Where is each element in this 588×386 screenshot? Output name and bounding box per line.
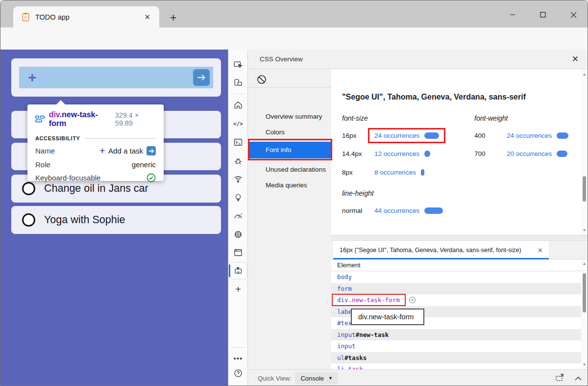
elements-icon[interactable]: </> bbox=[228, 115, 248, 132]
add-tools-icon[interactable]: + bbox=[228, 281, 248, 298]
quick-view-label: Quick View: bbox=[258, 375, 291, 382]
element-table-row[interactable]: body bbox=[331, 271, 588, 283]
stat-value: 400 bbox=[474, 132, 507, 139]
window-maximize-button[interactable] bbox=[532, 7, 554, 22]
occurrence-bar bbox=[424, 151, 430, 157]
clear-overview-icon[interactable] bbox=[255, 73, 268, 86]
task-label: Change oil in Jans car bbox=[44, 182, 148, 195]
name-value: Add a task bbox=[108, 147, 143, 155]
font-info-panel: "Segoe UI", Tahoma, Geneva, Verdana, san… bbox=[331, 69, 588, 235]
memory-icon[interactable] bbox=[228, 226, 248, 243]
element-selector-part[interactable]: input bbox=[337, 331, 356, 338]
browser-tab[interactable]: TODO app ✕ bbox=[13, 6, 159, 27]
element-selector-part[interactable]: body bbox=[337, 273, 352, 281]
help-icon[interactable] bbox=[228, 365, 248, 382]
scroll-up-icon[interactable]: ▲ bbox=[581, 260, 588, 267]
home-icon[interactable] bbox=[228, 97, 248, 113]
dock-quick-view-icon[interactable] bbox=[555, 373, 565, 384]
browser-toolbar: https://microsoftedge.github.io/Demos/de… bbox=[0, 27, 588, 50]
inspect-icon[interactable] bbox=[228, 56, 248, 73]
stat-row: 8px8 occurrences bbox=[342, 167, 424, 177]
font-family-heading: "Segoe UI", Tahoma, Geneva, Verdana, san… bbox=[342, 93, 526, 102]
element-table-row[interactable]: li.task bbox=[331, 363, 588, 369]
occurrences-link[interactable]: 12 occurrences bbox=[374, 150, 419, 157]
role-label: Role bbox=[35, 160, 50, 169]
occurrences-link[interactable]: 24 occurrences bbox=[374, 132, 419, 139]
filter-chip-tab[interactable]: 16px ("Segoe UI", Tahoma, Geneva, Verdan… bbox=[333, 241, 549, 259]
stat-row: 70020 occurrences bbox=[474, 149, 567, 158]
element-selector-part[interactable]: .new-task-form bbox=[348, 296, 400, 304]
add-task-submit-button[interactable] bbox=[193, 69, 210, 86]
element-selector-part[interactable]: li bbox=[337, 365, 344, 369]
scroll-down-icon[interactable]: ▼ bbox=[581, 361, 588, 368]
element-table: Element bodyformdiv.new-task-formlabel#t… bbox=[331, 259, 588, 369]
window-close-button[interactable] bbox=[562, 7, 585, 22]
element-table-row[interactable]: input#new-task bbox=[331, 329, 588, 341]
element-layout-icon bbox=[35, 115, 45, 123]
title-bar: TODO app ✕ + bbox=[0, 0, 588, 27]
stat-row: 16px24 occurrences bbox=[342, 130, 439, 140]
element-table-row[interactable]: form bbox=[331, 283, 588, 295]
filter-chip-close-icon[interactable]: ✕ bbox=[538, 247, 543, 254]
scroll-into-view-icon[interactable] bbox=[409, 296, 416, 304]
element-selector-part[interactable]: .task bbox=[344, 365, 363, 369]
task-card[interactable]: Yoga with Sophie bbox=[11, 206, 221, 234]
tab-close-icon[interactable]: ✕ bbox=[141, 12, 153, 23]
occurrences-link[interactable]: 8 occurrences bbox=[374, 169, 416, 176]
element-selector-part[interactable]: #tasks bbox=[344, 354, 367, 361]
filter-chip-label: 16px ("Segoe UI", Tahoma, Geneva, Verdan… bbox=[340, 247, 521, 254]
stat-value: 700 bbox=[474, 150, 507, 157]
occurrence-bar bbox=[424, 132, 439, 139]
performance-icon[interactable] bbox=[228, 208, 248, 225]
scrollbar[interactable]: ▲ ▼ bbox=[581, 69, 588, 235]
new-tab-button[interactable]: + bbox=[166, 10, 180, 26]
issues-icon[interactable] bbox=[228, 189, 248, 206]
scroll-down-icon[interactable]: ▼ bbox=[581, 227, 588, 233]
element-selector-part[interactable]: #new-task bbox=[356, 331, 389, 338]
occurrence-bar bbox=[424, 207, 443, 214]
device-emulation-icon[interactable] bbox=[228, 75, 248, 91]
task-checkbox[interactable] bbox=[22, 213, 35, 227]
annotation-red-box: div.new-task-form bbox=[332, 294, 406, 306]
element-table-row[interactable]: ul#tasks bbox=[331, 352, 588, 364]
application-icon[interactable] bbox=[228, 244, 248, 261]
network-icon[interactable] bbox=[228, 171, 248, 187]
window-minimize-button[interactable] bbox=[501, 7, 524, 22]
accessibility-section-title: ACCESSIBILITY bbox=[35, 135, 80, 141]
scrollbar[interactable]: ▲ ▼ bbox=[581, 259, 588, 369]
divider bbox=[331, 235, 588, 241]
task-checkbox[interactable] bbox=[22, 182, 35, 195]
sidebar-item-font-info[interactable]: Font info bbox=[248, 142, 331, 158]
quick-view-dropdown[interactable]: Console ▼ bbox=[295, 372, 338, 385]
element-table-row[interactable]: input bbox=[331, 340, 588, 352]
devtools-close-icon[interactable]: ✕ bbox=[572, 54, 579, 64]
css-overview-icon[interactable] bbox=[228, 262, 248, 279]
element-selector-part[interactable]: div bbox=[337, 296, 348, 304]
tab-title: TODO app bbox=[35, 13, 141, 21]
element-selector-part[interactable]: input bbox=[337, 342, 356, 350]
occurrences-link[interactable]: 44 occurrences bbox=[374, 207, 419, 214]
console-icon[interactable] bbox=[228, 134, 248, 151]
chevron-up-icon[interactable] bbox=[575, 374, 582, 383]
sidebar-item-unused-declarations[interactable]: Unused declarations bbox=[248, 162, 331, 177]
debug-icon[interactable] bbox=[228, 153, 248, 169]
scrollbar-thumb[interactable] bbox=[583, 273, 586, 312]
scrollbar-thumb[interactable] bbox=[583, 176, 586, 202]
more-tools-icon[interactable]: ••• bbox=[228, 350, 248, 366]
occurrence-bar bbox=[557, 151, 567, 157]
element-selector-part[interactable]: form bbox=[337, 285, 352, 292]
inspect-tooltip: div.new-task-form 329.4 × 59.89 ACCESSIB… bbox=[27, 104, 164, 181]
element-selector-part[interactable]: ul bbox=[337, 354, 344, 361]
sidebar-item-overview-summary[interactable]: Overview summary bbox=[248, 109, 331, 124]
occurrences-link[interactable]: 24 occurrences bbox=[507, 132, 552, 139]
element-table-row[interactable]: div.new-task-form bbox=[331, 294, 588, 306]
new-task-input-highlight[interactable]: + bbox=[19, 67, 213, 88]
sidebar-item-colors[interactable]: Colors bbox=[248, 125, 331, 140]
stat-value: 8px bbox=[342, 169, 374, 176]
sidebar-item-media-queries[interactable]: Media queries bbox=[248, 178, 331, 193]
role-value: generic bbox=[132, 160, 156, 169]
scroll-up-icon[interactable]: ▲ bbox=[581, 71, 588, 77]
stat-row: 40024 occurrences bbox=[474, 130, 568, 140]
occurrences-link[interactable]: 20 occurrences bbox=[507, 150, 552, 157]
keyboard-focusable-label: Keyboard-focusable bbox=[35, 174, 100, 182]
